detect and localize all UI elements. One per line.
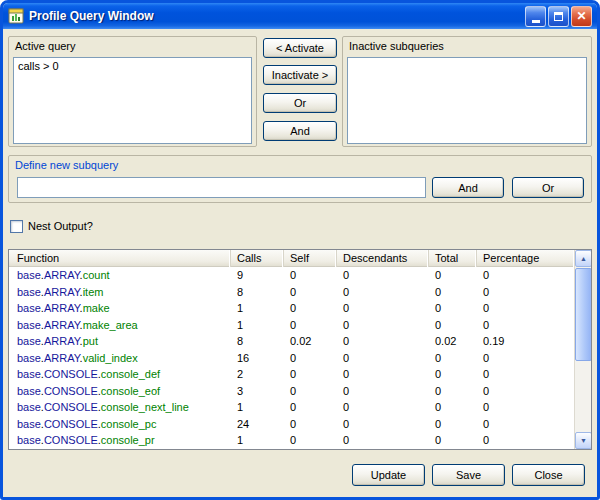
table-row[interactable]: base.ARRAY.make_area 1 0 0 0 0 (9, 317, 574, 334)
percentage-cell: 0 (477, 432, 574, 449)
maximize-button[interactable] (548, 6, 569, 27)
total-cell: 0 (429, 432, 477, 449)
function-cell: base.CONSOLE.console_pr (9, 432, 231, 449)
table-row[interactable]: base.ARRAY.count 9 0 0 0 0 (9, 267, 574, 284)
function-cell: base.CONSOLE.console_pc (9, 416, 231, 433)
calls-cell: 1 (231, 317, 284, 334)
self-cell: 0 (284, 267, 337, 284)
app-icon[interactable] (8, 8, 24, 24)
percentage-cell: 0 (477, 284, 574, 301)
self-cell: 0.02 (284, 333, 337, 350)
header-cell-percentage[interactable]: Percentage (477, 250, 574, 267)
calls-cell: 16 (231, 350, 284, 367)
inactive-subqueries-group: Inactive subqueries (342, 36, 592, 147)
percentage-cell: 0 (477, 267, 574, 284)
self-cell: 0 (284, 432, 337, 449)
subquery-or-button[interactable]: Or (512, 177, 584, 198)
inactive-subqueries-list[interactable] (347, 57, 587, 144)
table-row[interactable]: base.CONSOLE.console_eof 3 0 0 0 0 (9, 383, 574, 400)
scroll-up-icon: ▲ (580, 255, 587, 262)
nest-output-checkbox[interactable] (10, 220, 23, 233)
nest-output-label[interactable]: Nest Output? (28, 220, 93, 232)
calls-cell: 24 (231, 416, 284, 433)
descendants-cell: 0 (337, 383, 429, 400)
scroll-thumb[interactable] (575, 268, 592, 361)
minimize-icon (532, 20, 540, 23)
percentage-cell: 0 (477, 317, 574, 334)
update-button[interactable]: Update (352, 464, 425, 486)
total-cell: 0.02 (429, 333, 477, 350)
total-cell: 0 (429, 366, 477, 383)
subquery-input[interactable] (17, 177, 426, 198)
scroll-down-button[interactable]: ▼ (575, 432, 592, 449)
calls-cell: 3 (231, 383, 284, 400)
calls-cell: 9 (231, 267, 284, 284)
vertical-scrollbar: ▲ ▼ (574, 250, 591, 449)
close-dialog-button[interactable]: Close (512, 464, 585, 486)
and-button[interactable]: And (263, 121, 337, 141)
calls-cell: 8 (231, 284, 284, 301)
percentage-cell: 0 (477, 350, 574, 367)
close-icon: ✕ (576, 9, 586, 23)
descendants-cell: 0 (337, 350, 429, 367)
table-header: Function Calls Self Descendants Total Pe… (9, 250, 591, 267)
profile-query-window: Profile Query Window ✕ Active query call… (0, 0, 600, 500)
table-row[interactable]: base.CONSOLE.console_pr 1 0 0 0 0 (9, 432, 574, 449)
calls-cell: 8 (231, 333, 284, 350)
function-cell: base.CONSOLE.console_eof (9, 383, 231, 400)
table-row[interactable]: base.ARRAY.valid_index 16 0 0 0 0 (9, 350, 574, 367)
function-cell: base.ARRAY.put (9, 333, 231, 350)
descendants-cell: 0 (337, 317, 429, 334)
descendants-cell: 0 (337, 366, 429, 383)
activate-button[interactable]: < Activate (263, 38, 337, 58)
percentage-cell: 0.19 (477, 333, 574, 350)
table-row[interactable]: base.ARRAY.make 1 0 0 0 0 (9, 300, 574, 317)
function-cell: base.CONSOLE.console_def (9, 366, 231, 383)
descendants-cell: 0 (337, 333, 429, 350)
title-bar[interactable]: Profile Query Window ✕ (3, 3, 597, 29)
total-cell: 0 (429, 416, 477, 433)
calls-cell: 2 (231, 366, 284, 383)
self-cell: 0 (284, 317, 337, 334)
scroll-up-button[interactable]: ▲ (575, 250, 592, 267)
save-button[interactable]: Save (432, 464, 505, 486)
active-query-item[interactable]: calls > 0 (14, 58, 251, 74)
scroll-track[interactable] (575, 267, 592, 432)
active-query-group: Active query calls > 0 (8, 36, 257, 147)
descendants-cell: 0 (337, 267, 429, 284)
active-query-list[interactable]: calls > 0 (13, 57, 252, 144)
inactive-subqueries-label: Inactive subqueries (349, 40, 444, 52)
active-query-label: Active query (15, 40, 76, 52)
total-cell: 0 (429, 284, 477, 301)
total-cell: 0 (429, 399, 477, 416)
table-row[interactable]: base.CONSOLE.console_next_line 1 0 0 0 0 (9, 399, 574, 416)
self-cell: 0 (284, 300, 337, 317)
header-cell-function[interactable]: Function (9, 250, 231, 267)
descendants-cell: 0 (337, 399, 429, 416)
subquery-and-button[interactable]: And (432, 177, 504, 198)
inactivate-button[interactable]: Inactivate > (263, 65, 337, 85)
define-subquery-group: Define new subquery And Or (8, 155, 592, 203)
self-cell: 0 (284, 350, 337, 367)
percentage-cell: 0 (477, 399, 574, 416)
minimize-button[interactable] (525, 6, 546, 27)
or-button[interactable]: Or (263, 93, 337, 113)
close-button[interactable]: ✕ (571, 6, 592, 27)
percentage-cell: 0 (477, 300, 574, 317)
header-cell-self[interactable]: Self (284, 250, 337, 267)
self-cell: 0 (284, 383, 337, 400)
table-row[interactable]: base.ARRAY.item 8 0 0 0 0 (9, 284, 574, 301)
header-cell-descendants[interactable]: Descendants (337, 250, 429, 267)
header-cell-total[interactable]: Total (429, 250, 477, 267)
header-cell-calls[interactable]: Calls (231, 250, 284, 267)
descendants-cell: 0 (337, 432, 429, 449)
self-cell: 0 (284, 366, 337, 383)
table-row[interactable]: base.ARRAY.put 8 0.02 0 0.02 0.19 (9, 333, 574, 350)
table-row[interactable]: base.CONSOLE.console_pc 24 0 0 0 0 (9, 416, 574, 433)
function-cell: base.ARRAY.make_area (9, 317, 231, 334)
nest-output-row: Nest Output? (10, 219, 93, 233)
table-row[interactable]: base.CONSOLE.console_def 2 0 0 0 0 (9, 366, 574, 383)
calls-cell: 1 (231, 300, 284, 317)
descendants-cell: 0 (337, 416, 429, 433)
function-cell: base.ARRAY.item (9, 284, 231, 301)
